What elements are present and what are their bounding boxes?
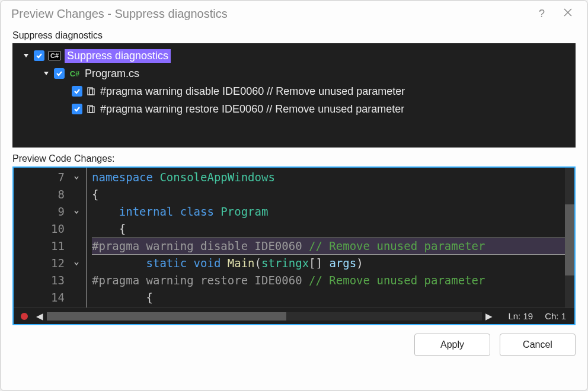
changes-tree[interactable]: C# Suppress diagnostics C# Program.cs [12, 43, 576, 148]
scroll-track[interactable] [47, 312, 482, 321]
tree-change-label: #pragma warning restore IDE0060 // Remov… [100, 103, 404, 116]
tree-file-label: Program.cs [85, 68, 139, 80]
fold-spacer [69, 186, 84, 203]
chevron-down-icon[interactable] [42, 69, 50, 78]
code-line[interactable]: { [92, 289, 574, 306]
line-number: 8 [14, 186, 65, 203]
titlebar: Preview Changes - Suppress diagnostics ? [1, 1, 587, 27]
tree-section-label: Suppress diagnostics [1, 27, 587, 43]
preview-changes-dialog: Preview Changes - Suppress diagnostics ?… [0, 0, 588, 391]
svg-point-8 [21, 313, 28, 320]
close-button[interactable] [559, 8, 577, 20]
titlebar-controls: ? [533, 8, 577, 20]
tree-change-row[interactable]: #pragma warning restore IDE0060 // Remov… [15, 100, 573, 118]
svg-rect-5 [90, 89, 94, 95]
apply-button[interactable]: Apply [414, 334, 490, 356]
tree-root-label: Suppress diagnostics [65, 49, 171, 63]
code-line[interactable]: { [92, 186, 574, 203]
line-number: 10 [14, 220, 65, 238]
editor-statusbar: ◀ ▶ Ln: 19 Ch: 1 [14, 307, 574, 324]
tree-change-label: #pragma warning disable IDE0060 // Remov… [100, 85, 405, 98]
fold-spacer [69, 289, 84, 306]
csharp-icon: C# [48, 50, 61, 61]
code-line[interactable]: #pragma warning disable IDE0060 // Remov… [92, 238, 574, 255]
line-number-gutter: 7 8 9 10 11 12 13 14 [14, 168, 69, 307]
svg-rect-7 [90, 107, 94, 113]
fold-spacer [69, 238, 84, 255]
line-number: 9 [14, 203, 65, 220]
fold-chevron-icon[interactable] [69, 203, 84, 220]
svg-marker-3 [44, 72, 49, 75]
vertical-scrollbar-thumb[interactable] [565, 204, 574, 275]
code-line[interactable]: namespace ConsoleAppWindows [92, 169, 574, 186]
code-line[interactable]: static void Main(stringx[] args) [92, 255, 574, 272]
dialog-buttons: Apply Cancel [1, 325, 587, 364]
help-button[interactable]: ? [533, 8, 551, 20]
record-icon[interactable] [18, 310, 30, 322]
code-line[interactable]: #pragma warning restore IDE0060 // Remov… [92, 272, 574, 289]
line-number: 7 [14, 169, 65, 186]
fold-column [69, 168, 84, 307]
tree-root-row[interactable]: C# Suppress diagnostics [15, 47, 573, 65]
line-indicator: Ln: 19 [508, 311, 533, 321]
checkbox[interactable] [72, 86, 82, 97]
tree-change-row[interactable]: #pragma warning disable IDE0060 // Remov… [15, 82, 573, 100]
fold-chevron-icon[interactable] [69, 169, 84, 186]
line-number: 11 [14, 238, 65, 255]
code-line[interactable]: internal class Program [92, 203, 574, 220]
edit-file-icon [86, 104, 97, 114]
svg-marker-2 [24, 54, 28, 57]
horizontal-scrollbar[interactable]: ◀ ▶ [35, 311, 494, 322]
code-section-label: Preview Code Changes: [1, 148, 587, 166]
scroll-thumb[interactable] [47, 312, 286, 321]
edit-file-icon [86, 86, 97, 96]
tree-file-row[interactable]: C# Program.cs [15, 65, 573, 82]
code-preview-panel: 7 8 9 10 11 12 13 14 namespace ConsoleAp… [12, 166, 576, 325]
fold-chevron-icon[interactable] [69, 255, 84, 272]
code-body: 7 8 9 10 11 12 13 14 namespace ConsoleAp… [14, 168, 574, 307]
indent-rail [84, 168, 92, 307]
column-indicator: Ch: 1 [545, 311, 566, 321]
dialog-title: Preview Changes - Suppress diagnostics [11, 7, 228, 21]
chevron-down-icon[interactable] [22, 52, 30, 60]
csharp-file-icon: C# [68, 68, 81, 79]
code-line[interactable]: { [92, 220, 574, 238]
checkbox[interactable] [34, 50, 44, 61]
scroll-left-icon[interactable]: ◀ [35, 311, 44, 322]
cancel-button[interactable]: Cancel [500, 334, 576, 356]
fold-spacer [69, 220, 84, 238]
cursor-position: Ln: 19 Ch: 1 [498, 311, 570, 321]
fold-spacer [69, 272, 84, 289]
checkbox[interactable] [54, 68, 65, 79]
checkbox[interactable] [72, 104, 82, 114]
line-number: 14 [14, 289, 65, 306]
line-number: 13 [14, 272, 65, 289]
line-number: 12 [14, 255, 65, 272]
scroll-right-icon[interactable]: ▶ [484, 311, 494, 322]
code-lines[interactable]: namespace ConsoleAppWindows{ internal cl… [92, 168, 574, 307]
